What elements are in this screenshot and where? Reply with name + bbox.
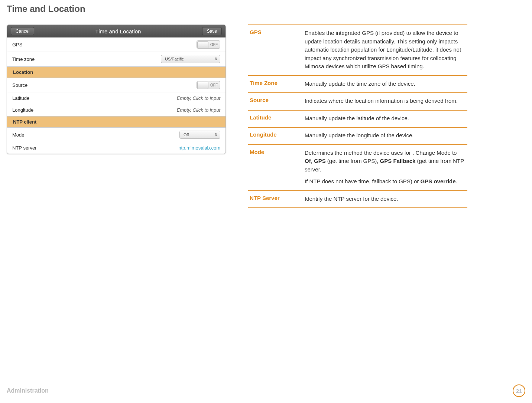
- timezone-value: US/Pacific: [165, 57, 184, 61]
- source-toggle-value: OFF: [210, 83, 218, 87]
- mode-row: Mode Off ⇅: [7, 128, 226, 142]
- mode-label: Mode: [12, 132, 25, 138]
- def-term: Source: [250, 97, 298, 105]
- time-location-panel: Cancel Time and Location Save GPS OFF Ti…: [7, 24, 226, 154]
- chevron-updown-icon: ⇅: [215, 133, 218, 137]
- cancel-button[interactable]: Cancel: [11, 27, 34, 35]
- ntp-server-value: ntp.mimosalab.com: [178, 145, 220, 151]
- def-term: Time Zone: [250, 80, 298, 88]
- save-button[interactable]: Save: [202, 27, 222, 35]
- chevron-updown-icon: ⇅: [215, 57, 218, 61]
- def-term: GPS: [250, 29, 298, 71]
- footer-section-label: Administration: [7, 387, 49, 394]
- longitude-label: Longitude: [12, 107, 33, 113]
- def-row-mode: Mode Determines the method the device us…: [248, 145, 467, 191]
- source-row: Source OFF: [7, 78, 226, 92]
- source-label: Source: [12, 82, 27, 88]
- def-term: NTP Server: [250, 195, 298, 203]
- timezone-row: Time zone US/Pacific ⇅: [7, 52, 226, 66]
- def-desc: Enables the integrated GPS (if provided)…: [305, 29, 466, 71]
- screenshot-panel-container: Cancel Time and Location Save GPS OFF Ti…: [7, 24, 226, 208]
- timezone-select[interactable]: US/Pacific ⇅: [161, 55, 220, 63]
- definitions-table-container: GPS Enables the integrated GPS (if provi…: [248, 24, 467, 208]
- latitude-row[interactable]: Latitude Empty, Click to input: [7, 92, 226, 104]
- definitions-table: GPS Enables the integrated GPS (if provi…: [248, 24, 467, 208]
- def-desc: Manually update the time zone of the dev…: [305, 80, 466, 88]
- latitude-value: Empty, Click to input: [176, 95, 220, 101]
- longitude-value: Empty, Click to input: [176, 107, 220, 113]
- page-footer: Administration 21: [7, 384, 525, 397]
- gps-label: GPS: [12, 42, 22, 47]
- def-term: Longitude: [250, 131, 298, 140]
- latitude-label: Latitude: [12, 95, 29, 101]
- ntp-server-row[interactable]: NTP server ntp.mimosalab.com: [7, 142, 226, 154]
- def-desc: Indicates where the location information…: [305, 97, 466, 105]
- ntp-server-label: NTP server: [12, 145, 37, 151]
- def-term: Mode: [250, 149, 298, 186]
- def-desc: Identify the NTP server for the device.: [305, 195, 466, 203]
- def-term: Latitude: [250, 114, 298, 123]
- def-row-timezone: Time Zone Manually update the time zone …: [248, 76, 467, 94]
- def-row-gps: GPS Enables the integrated GPS (if provi…: [248, 25, 467, 76]
- gps-toggle-value: OFF: [210, 43, 218, 47]
- mode-value: Off: [184, 132, 189, 137]
- ntp-section-header: NTP client: [7, 116, 226, 128]
- page-number-badge: 21: [513, 384, 525, 397]
- def-row-source: Source Indicates where the location info…: [248, 93, 467, 111]
- def-row-ntp-server: NTP Server Identify the NTP server for t…: [248, 191, 467, 209]
- def-desc: Determines the method the device uses fo…: [305, 149, 466, 186]
- page-title: Time and Location: [7, 4, 525, 14]
- def-desc: Manually update the longitude of the dev…: [305, 131, 466, 140]
- gps-row: GPS OFF: [7, 37, 226, 52]
- source-toggle[interactable]: OFF: [197, 81, 220, 89]
- panel-title: Time and Location: [34, 28, 202, 35]
- mode-select[interactable]: Off ⇅: [179, 131, 220, 139]
- location-section-header: Location: [7, 66, 226, 78]
- def-row-latitude: Latitude Manually update the latitude of…: [248, 111, 467, 128]
- gps-toggle[interactable]: OFF: [197, 40, 220, 49]
- longitude-row[interactable]: Longitude Empty, Click to input: [7, 104, 226, 116]
- def-desc: Manually update the latitude of the devi…: [305, 114, 466, 123]
- panel-header: Cancel Time and Location Save: [7, 25, 226, 37]
- def-row-longitude: Longitude Manually update the longitude …: [248, 128, 467, 145]
- timezone-label: Time zone: [12, 56, 35, 62]
